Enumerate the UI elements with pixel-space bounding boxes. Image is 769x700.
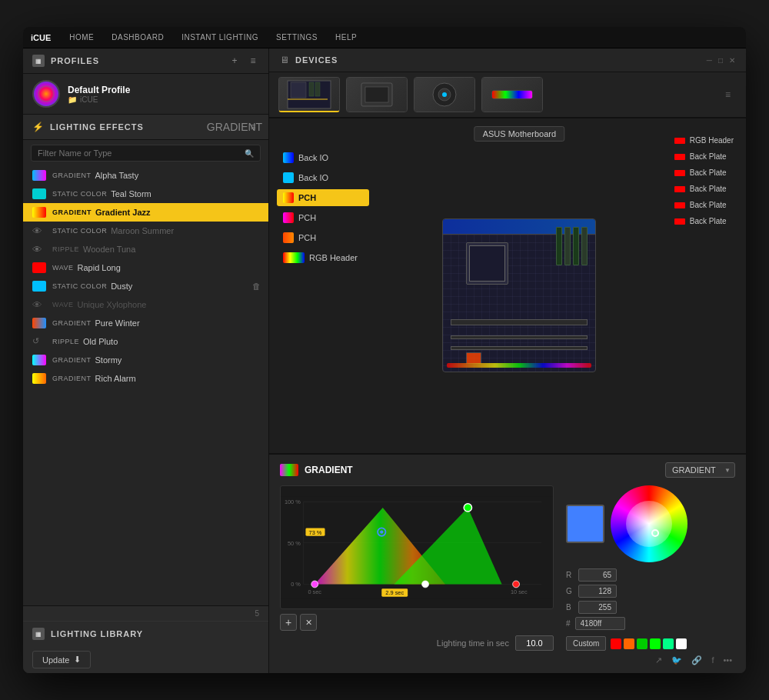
more-icon[interactable]: ••• [723, 655, 732, 665]
hex-row: # [566, 617, 735, 630]
twitter-icon[interactable]: 🐦 [671, 655, 682, 665]
effect-name-4: Wooden Tuna [83, 245, 135, 254]
app-window: iCUE HOME DASHBOARD INSTANT LIGHTING SET… [23, 27, 746, 673]
right-zone-item-5[interactable]: Back Plate [670, 215, 738, 228]
color-wheel[interactable] [611, 485, 687, 562]
remove-point-button[interactable]: ✕ [300, 614, 317, 631]
devices-menu-button[interactable]: ≡ [725, 77, 737, 112]
zone-item-5[interactable]: RGB Header [277, 249, 369, 266]
zone-item-4[interactable]: PCH [277, 229, 369, 246]
zone-item-3[interactable]: PCH [277, 209, 369, 226]
gradient-type-select[interactable]: GRADIENT [665, 462, 735, 478]
nav-home[interactable]: HOME [66, 32, 97, 43]
right-zone-name-4: Back Plate [690, 201, 727, 209]
zone-item-0[interactable]: Back IO [277, 149, 369, 166]
right-zone-item-3[interactable]: Back Plate [670, 182, 738, 195]
add-effect-button[interactable]: GRADIENT [228, 121, 241, 133]
device-thumb-3[interactable] [481, 77, 543, 112]
right-zone-item-0[interactable]: RGB Header [670, 134, 738, 147]
download-icon: ⬇ [74, 655, 81, 665]
gradient-title: GRADIENT [305, 465, 665, 475]
gradient-chart[interactable]: 100 % 50 % 0 % [280, 485, 554, 609]
nav-help[interactable]: HELP [332, 32, 360, 43]
zone-swatch-5 [283, 252, 305, 263]
device-thumb-0[interactable] [278, 77, 340, 112]
nav-menu: HOME DASHBOARD INSTANT LIGHTING SETTINGS… [66, 32, 360, 43]
effect-item-3[interactable]: 👁 STATIC COLOR Maroon Summer [23, 222, 268, 240]
profile-info: Default Profile 📁 iCUE [68, 85, 259, 104]
effect-item-4[interactable]: 👁 RIPPLE Wooden Tuna [23, 240, 268, 258]
effect-item-1[interactable]: STATIC COLOR Teal Storm [23, 185, 268, 203]
effect-name-2: Gradient Jazz [95, 208, 151, 217]
mb-pcie2 [451, 335, 588, 339]
link-icon[interactable]: 🔗 [691, 655, 702, 665]
effect-item-8[interactable]: GRADIENT Pure Winter [23, 314, 268, 332]
right-zone-item-2[interactable]: Back Plate [670, 166, 738, 179]
effect-item-6[interactable]: STATIC COLOR Dusty 🗑 [23, 277, 268, 295]
share-icon[interactable]: ↗ [655, 655, 662, 665]
add-point-button[interactable]: + [280, 614, 297, 631]
effect-item-2[interactable]: GRADIENT Gradient Jazz [23, 203, 268, 222]
search-input[interactable] [38, 148, 245, 158]
effect-item-9[interactable]: ↺ RIPPLE Old Pluto [23, 332, 268, 351]
color-wheel-wrapper[interactable] [611, 485, 687, 562]
effect-menu-button[interactable]: ≡ [247, 121, 259, 133]
right-zone-item-4[interactable]: Back Plate [670, 198, 738, 212]
nav-settings[interactable]: SETTINGS [273, 32, 321, 43]
maximize-button[interactable]: □ [718, 56, 723, 65]
right-zone-swatch-3 [674, 186, 685, 192]
nav-dashboard[interactable]: DASHBOARD [108, 32, 167, 43]
svg-point-22 [422, 581, 429, 588]
right-panel: 🖥 DEVICES ─ □ ✕ [269, 48, 746, 673]
device-thumb-1[interactable] [346, 77, 408, 112]
effect-item-7[interactable]: 👁 WAVE Unique Xylophone [23, 295, 268, 314]
add-profile-button[interactable]: + [228, 55, 241, 67]
swatches-row: Custom [566, 636, 735, 651]
minimize-button[interactable]: ─ [707, 56, 712, 65]
g-input[interactable] [578, 585, 617, 598]
zone-name-2: PCH [298, 193, 316, 202]
lighting-time-label: Lighting time in sec [437, 638, 509, 648]
zone-item-2[interactable]: PCH [277, 189, 369, 206]
swatch-3[interactable] [650, 638, 661, 649]
profile-menu-button[interactable]: ≡ [247, 55, 259, 67]
default-profile-item[interactable]: Default Profile 📁 iCUE [23, 74, 268, 115]
update-button[interactable]: Update ⬇ [32, 651, 91, 668]
swatch-1[interactable] [624, 638, 634, 649]
effect-item-5[interactable]: WAVE Rapid Long [23, 258, 268, 277]
b-input[interactable] [578, 601, 617, 614]
swatch-4[interactable] [663, 638, 674, 649]
nav-instant-lighting[interactable]: INSTANT LIGHTING [178, 32, 261, 43]
r-input[interactable] [578, 568, 617, 582]
effect-item-11[interactable]: GRADIENT Rich Alarm [23, 369, 268, 388]
r-label: R [566, 571, 574, 579]
right-zone-item-1[interactable]: Back Plate [670, 150, 738, 163]
delete-effect-6[interactable]: 🗑 [252, 282, 261, 291]
motherboard-container: ASUS Motherboard [377, 126, 662, 445]
facebook-icon[interactable]: f [711, 655, 714, 665]
swatch-5[interactable] [676, 638, 687, 649]
effect-item-10[interactable]: GRADIENT Stormy [23, 351, 268, 369]
effect-item-0[interactable]: GRADIENT Alpha Tasty [23, 166, 268, 185]
mb-cpu [466, 242, 508, 285]
close-button[interactable]: ✕ [729, 56, 735, 65]
swatch-2[interactable] [637, 638, 647, 649]
effect-swatch-11 [32, 373, 46, 384]
lighting-time-input[interactable] [515, 635, 554, 651]
zone-item-1[interactable]: Back IO [277, 169, 369, 186]
ram-slot-1 [564, 227, 571, 265]
effect-swatch-9: ↺ [32, 336, 46, 347]
profile-logo-inner [38, 85, 55, 102]
zone-name-1: Back IO [298, 173, 328, 182]
app-title: iCUE [31, 33, 51, 42]
swatch-0[interactable] [611, 638, 621, 649]
effect-type-1: STATIC COLOR [52, 190, 107, 198]
device-thumb-2[interactable] [414, 77, 475, 112]
profile-header-actions: + ≡ [228, 55, 259, 67]
gradient-swatch [280, 464, 298, 476]
custom-button[interactable]: Custom [566, 636, 606, 651]
strip-thumb-icon [489, 79, 535, 110]
hex-input[interactable] [575, 617, 625, 630]
svg-point-9 [442, 92, 447, 97]
effect-type-3: STATIC COLOR [52, 227, 107, 235]
